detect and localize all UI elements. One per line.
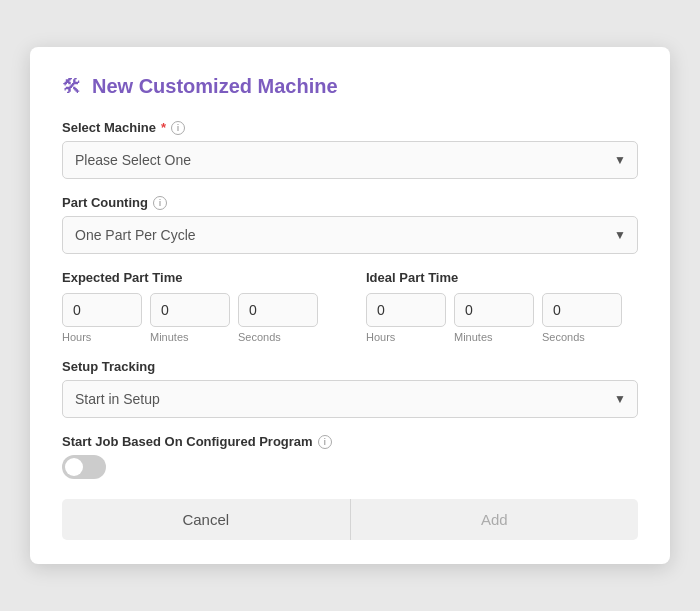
modal-container: 🛠 New Customized Machine Select Machine … [30, 47, 670, 564]
select-machine-info-icon[interactable]: i [171, 121, 185, 135]
add-button[interactable]: Add [351, 499, 639, 540]
expected-part-time-inputs: Hours Minutes Seconds [62, 293, 334, 343]
select-machine-dropdown[interactable]: Please Select One [62, 141, 638, 179]
expected-minutes-wrap: Minutes [150, 293, 230, 343]
expected-part-time-group: Expected Part Time Hours Minutes Seconds [62, 270, 334, 343]
footer-buttons: Cancel Add [62, 499, 638, 540]
setup-tracking-label: Setup Tracking [62, 359, 638, 374]
ideal-part-time-label: Ideal Part Time [366, 270, 638, 285]
toggle-slider [62, 455, 106, 479]
ideal-minutes-wrap: Minutes [454, 293, 534, 343]
machine-icon: 🛠 [62, 75, 82, 98]
part-counting-wrapper: One Part Per Cycle ▼ [62, 216, 638, 254]
expected-minutes-label: Minutes [150, 331, 189, 343]
ideal-minutes-input[interactable] [454, 293, 534, 327]
part-counting-dropdown[interactable]: One Part Per Cycle [62, 216, 638, 254]
toggle-wrapper [62, 455, 638, 479]
modal-title: New Customized Machine [92, 75, 338, 98]
expected-seconds-label: Seconds [238, 331, 281, 343]
select-machine-group: Select Machine * i Please Select One ▼ [62, 120, 638, 179]
setup-tracking-group: Setup Tracking Start in Setup ▼ [62, 359, 638, 418]
expected-seconds-wrap: Seconds [238, 293, 318, 343]
select-machine-wrapper: Please Select One ▼ [62, 141, 638, 179]
expected-hours-wrap: Hours [62, 293, 142, 343]
start-job-group: Start Job Based On Configured Program i [62, 434, 638, 479]
ideal-minutes-label: Minutes [454, 331, 493, 343]
expected-hours-input[interactable] [62, 293, 142, 327]
select-machine-label: Select Machine * i [62, 120, 638, 135]
ideal-hours-label: Hours [366, 331, 395, 343]
ideal-seconds-input[interactable] [542, 293, 622, 327]
ideal-hours-wrap: Hours [366, 293, 446, 343]
ideal-part-time-inputs: Hours Minutes Seconds [366, 293, 638, 343]
setup-tracking-wrapper: Start in Setup ▼ [62, 380, 638, 418]
part-counting-label: Part Counting i [62, 195, 638, 210]
expected-hours-label: Hours [62, 331, 91, 343]
expected-part-time-label: Expected Part Time [62, 270, 334, 285]
expected-seconds-input[interactable] [238, 293, 318, 327]
ideal-hours-input[interactable] [366, 293, 446, 327]
part-counting-info-icon[interactable]: i [153, 196, 167, 210]
part-counting-group: Part Counting i One Part Per Cycle ▼ [62, 195, 638, 254]
modal-title-area: 🛠 New Customized Machine [62, 75, 638, 98]
ideal-seconds-wrap: Seconds [542, 293, 622, 343]
required-indicator: * [161, 120, 166, 135]
start-job-label: Start Job Based On Configured Program i [62, 434, 638, 449]
ideal-part-time-group: Ideal Part Time Hours Minutes Seconds [366, 270, 638, 343]
expected-minutes-input[interactable] [150, 293, 230, 327]
ideal-seconds-label: Seconds [542, 331, 585, 343]
time-section: Expected Part Time Hours Minutes Seconds… [62, 270, 638, 343]
setup-tracking-dropdown[interactable]: Start in Setup [62, 380, 638, 418]
start-job-toggle[interactable] [62, 455, 106, 479]
start-job-info-icon[interactable]: i [318, 435, 332, 449]
cancel-button[interactable]: Cancel [62, 499, 350, 540]
